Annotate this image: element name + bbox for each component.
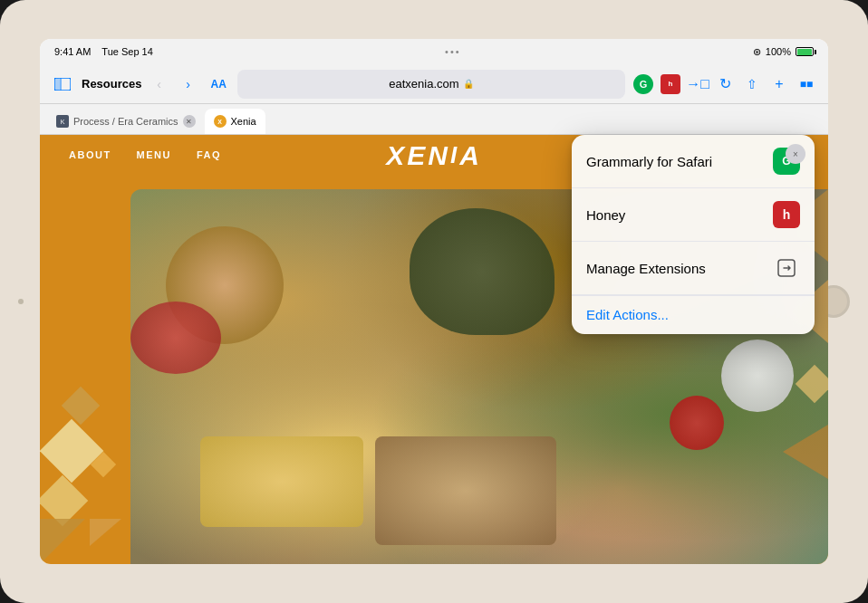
ipad-frame: 9:41 AM Tue Sep 14 ••• ⊛ 100% [0,0,868,603]
tab-era-ceramics-close[interactable]: ✕ [183,115,196,128]
xenia-favicon: X [214,115,227,128]
date-display: Tue Sep 14 [101,46,152,57]
food-fries [200,436,363,527]
honey-extension-item[interactable]: Honey h [572,188,815,242]
honey-extension-icon: h [773,201,800,228]
edit-actions-section: Edit Actions... [572,295,815,334]
extensions-button[interactable]: →□ [685,72,710,97]
ipad-screen: 9:41 AM Tue Sep 14 ••• ⊛ 100% [40,39,828,564]
address-bar[interactable]: eatxenia.com 🔒 [237,70,625,99]
extensions-dropdown: × Grammarly for Safari G Honey h Manage … [572,135,815,334]
forward-button[interactable]: › [176,72,199,96]
tab-overview-button[interactable]: ■■ [794,72,819,97]
grammarly-icon: G [633,74,653,94]
front-camera [18,299,24,304]
sidebar-button[interactable] [49,71,76,98]
grammarly-label: Grammarly for Safari [586,154,762,169]
status-bar: 9:41 AM Tue Sep 14 ••• ⊛ 100% [40,39,828,64]
svg-rect-3 [40,419,103,483]
manage-extensions-item[interactable]: Manage Extensions [572,242,815,295]
toolbar-actions: G h →□ ↻ ⇧ + ■■ [631,72,819,97]
nav-about[interactable]: ABOUT [69,149,111,160]
close-icon: × [793,149,798,159]
manage-extensions-icon [773,254,800,282]
honey-toolbar-button[interactable]: h [658,72,683,97]
svg-rect-11 [796,365,828,403]
address-text: eatxenia.com [389,77,458,91]
site-logo: XENiA [386,139,482,172]
pattern-left [40,338,140,564]
browser-toolbar: Resources ‹ › AA eatxenia.com 🔒 G h →□ ↻ [40,64,828,104]
manage-extensions-label: Manage Extensions [586,261,762,276]
status-left: 9:41 AM Tue Sep 14 [54,46,153,57]
wifi-percent: 100% [766,46,791,57]
lock-icon: 🔒 [463,79,474,89]
dropdown-close-button[interactable]: × [786,144,805,164]
xenia-logo-text: XENiA [386,140,482,170]
food-item-3 [130,302,221,374]
honey-label: Honey [586,207,762,223]
new-tab-button[interactable]: + [767,72,792,97]
grammarly-extension-item[interactable]: Grammarly for Safari G [572,135,815,188]
nav-links: ABOUT MENU FAQ [69,149,221,160]
nav-menu[interactable]: MENU [137,149,171,160]
battery-indicator [796,47,814,56]
status-right: ⊛ 100% [753,46,814,58]
tab-xenia[interactable]: X Xenia [205,109,265,134]
back-button[interactable]: ‹ [147,72,170,96]
time-display: 9:41 AM [54,46,91,57]
food-red-sauce [670,396,724,450]
svg-rect-4 [62,387,100,425]
status-center: ••• [445,46,461,57]
food-item-flat [375,436,556,545]
tabs-bar: K Process / Era Ceramics ✕ X Xenia [40,104,828,135]
share-button[interactable]: ⇧ [739,72,765,97]
tab-era-ceramics-label: Process / Era Ceramics [73,116,178,127]
grammarly-toolbar-button[interactable]: G [631,72,656,97]
edit-actions-link[interactable]: Edit Actions... [586,307,669,322]
svg-marker-7 [90,519,121,546]
reload-button[interactable]: ↻ [712,72,738,97]
svg-rect-5 [40,475,88,527]
svg-rect-0 [54,78,60,91]
tab-xenia-label: Xenia [231,116,256,127]
tab-era-ceramics[interactable]: K Process / Era Ceramics ✕ [47,109,205,134]
svg-marker-12 [783,425,828,479]
battery-fill [797,49,812,55]
svg-marker-6 [40,519,85,564]
ellipsis-dots: ••• [445,46,461,57]
era-ceramics-favicon: K [56,115,69,128]
reader-view-button[interactable]: AA [205,74,231,94]
resources-label: Resources [82,77,141,91]
honey-icon: h [661,74,680,94]
wifi-icon: ⊛ [753,46,761,58]
nav-faq[interactable]: FAQ [197,149,221,160]
